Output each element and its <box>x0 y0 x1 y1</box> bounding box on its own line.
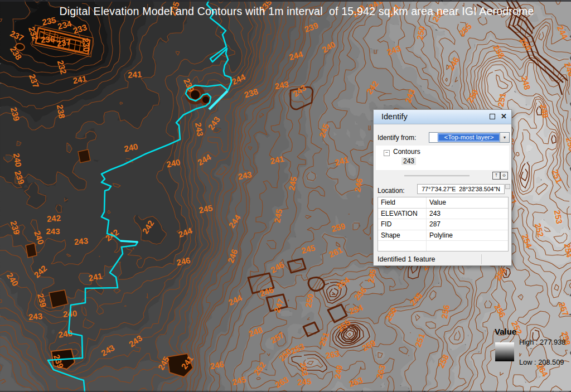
svg-text:230: 230 <box>81 37 92 52</box>
svg-text:243: 243 <box>74 236 89 247</box>
svg-text:245: 245 <box>297 376 311 387</box>
svg-text:237: 237 <box>56 37 71 48</box>
svg-text:236: 236 <box>41 34 55 45</box>
svg-text:242: 242 <box>46 213 61 224</box>
svg-text:243: 243 <box>46 226 60 236</box>
svg-text:243: 243 <box>28 311 42 322</box>
svg-text:241: 241 <box>128 69 142 79</box>
